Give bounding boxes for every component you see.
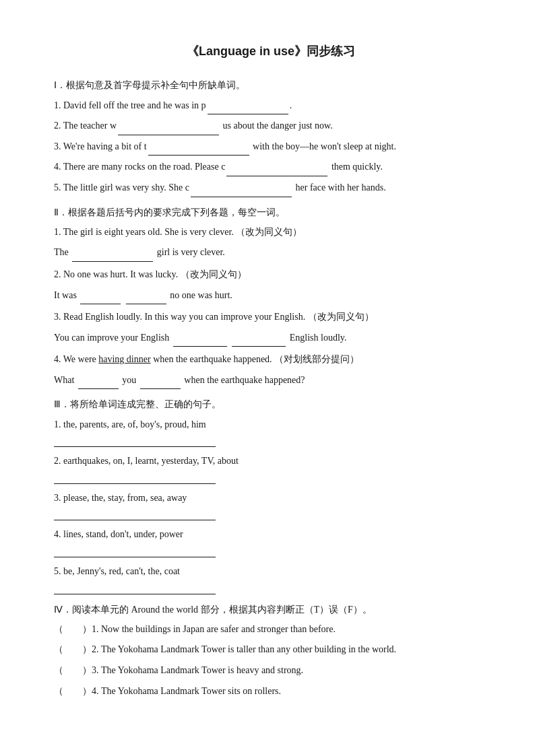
s2-i4-underline: having dinner	[98, 354, 150, 364]
s4-i4-bracket: （ ）	[54, 686, 92, 696]
section3-header: Ⅲ．将所给单词连成完整、正确的句子。	[54, 396, 488, 413]
section1-header: Ⅰ．根据句意及首字母提示补全句中所缺单词。	[54, 77, 488, 94]
s4-i1-bracket: （ ）	[54, 624, 92, 634]
s2-i4-blank1[interactable]	[78, 378, 119, 389]
section4-item4: （ ）4. The Yokohama Landmark Tower sits o…	[54, 683, 488, 701]
section2-item2-answer: It was no one was hurt.	[54, 287, 488, 305]
s1-i4-after: them quickly.	[329, 162, 383, 172]
section3-item2: 2. earthquakes, on, I, learnt, yesterday…	[54, 452, 488, 471]
section3-item1-answer	[54, 436, 488, 447]
section3-header-text: Ⅲ．将所给单词连成完整、正确的句子。	[54, 399, 221, 409]
s1-i2-blank[interactable]	[118, 125, 219, 135]
section3-item1: 1. the, parents, are, of, boy's, proud, …	[54, 416, 488, 434]
s2-i4-blank2[interactable]	[140, 378, 181, 389]
section1-item2: 2. The teacher w us about the danger jus…	[54, 117, 488, 135]
section4-header: Ⅳ．阅读本单元的 Around the world 部分，根据其内容判断正（T）…	[54, 601, 488, 618]
s2-i3-suffix: English loudly.	[287, 333, 346, 343]
s2-i4-prefix: What	[54, 375, 77, 385]
section4-item1: （ ）1. Now the buildings in Japan are saf…	[54, 621, 488, 639]
s2-i4-original2: when the earthquake happened. （对划线部分提问）	[151, 354, 359, 364]
s3-i4-words: 4. lines, stand, don't, under, power	[54, 529, 183, 539]
s2-i3-blank1[interactable]	[173, 336, 227, 347]
s3-i2-words: 2. earthquakes, on, I, learnt, yesterday…	[54, 456, 239, 466]
s1-i1-after: .	[290, 100, 292, 110]
section3-item4: 4. lines, stand, don't, under, power	[54, 526, 488, 544]
s1-i3-before: 3. We're having a bit of t	[54, 141, 147, 151]
s3-i1-words: 1. the, parents, are, of, boy's, proud, …	[54, 419, 206, 429]
s4-i2-text: 2. The Yokohama Landmark Tower is taller…	[92, 644, 396, 654]
section2-item3: 3. Read English loudly. In this way you …	[54, 308, 488, 327]
s2-i4-suffix: when the earthquake happened?	[182, 375, 305, 385]
s2-i3-prefix: You can improve your English	[54, 333, 172, 343]
section1-item1: 1. David fell off the tree and he was in…	[54, 97, 488, 115]
section2-header: Ⅱ．根据各题后括号内的要求完成下列各题，每空一词。	[54, 204, 488, 221]
section3-item5-answer	[54, 584, 488, 594]
s2-i1-suffix: girl is very clever.	[154, 247, 225, 257]
s4-i1-text: 1. Now the buildings in Japan are safer …	[92, 624, 336, 634]
s2-i4-original: 4. We were	[54, 354, 98, 364]
s4-i3-text: 3. The Yokohama Landmark Tower is heavy …	[92, 665, 303, 675]
section3-item3: 3. please, the, stay, from, sea, away	[54, 489, 488, 508]
s2-i2-blank1[interactable]	[80, 294, 121, 304]
s3-i5-line[interactable]	[54, 584, 216, 594]
s1-i1-before: 1. David fell off the tree and he was in…	[54, 100, 206, 110]
section2-item4-answer: What you when the earthquake happened?	[54, 372, 488, 390]
section4-item3: （ ）3. The Yokohama Landmark Tower is hea…	[54, 662, 488, 680]
s3-i2-line[interactable]	[54, 473, 216, 484]
s2-i4-middle: you	[120, 375, 139, 385]
s1-i5-before: 5. The little girl was very shy. She c	[54, 182, 189, 193]
s1-i1-blank[interactable]	[208, 104, 288, 114]
s1-i4-blank[interactable]	[226, 166, 327, 176]
s2-i2-suffix: no one was hurt.	[168, 290, 232, 300]
s1-i5-blank[interactable]	[191, 186, 292, 197]
s4-i4-text: 4. The Yokohama Landmark Tower sits on r…	[92, 686, 281, 696]
section2-item1-answer: The girl is very clever.	[54, 244, 488, 262]
s2-i2-prefix: It was	[54, 290, 79, 300]
s2-i2-original: 2. No one was hurt. It was lucky. （改为同义句…	[54, 269, 247, 279]
section3-item2-answer	[54, 473, 488, 484]
s4-i2-bracket: （ ）	[54, 644, 92, 654]
section2-header-text: Ⅱ．根据各题后括号内的要求完成下列各题，每空一词。	[54, 207, 285, 217]
s2-i3-original: 3. Read English loudly. In this way you …	[54, 312, 374, 322]
s1-i4-before: 4. There are many rocks on the road. Ple…	[54, 162, 225, 172]
s1-i3-blank[interactable]	[148, 145, 249, 156]
s2-i2-space	[122, 290, 125, 300]
section3-item4-answer	[54, 547, 488, 557]
section4-item2: （ ）2. The Yokohama Landmark Tower is tal…	[54, 641, 488, 659]
s2-i1-original: 1. The girl is eight years old. She is v…	[54, 227, 302, 237]
section1-header-text: Ⅰ．根据句意及首字母提示补全句中所缺单词。	[54, 80, 245, 90]
s2-i3-blank2[interactable]	[232, 336, 286, 347]
section2-item3-answer: You can improve your English English lou…	[54, 329, 488, 347]
s1-i2-before: 2. The teacher w	[54, 121, 117, 131]
page-title: 《Language in use》同步练习	[54, 40, 488, 62]
section4-header-text: Ⅳ．阅读本单元的 Around the world 部分，根据其内容判断正（T）…	[54, 605, 372, 615]
s3-i4-line[interactable]	[54, 547, 216, 557]
section2-item1: 1. The girl is eight years old. She is v…	[54, 224, 488, 242]
s1-i5-after: her face with her hands.	[293, 182, 386, 193]
section1-item3: 3. We're having a bit of t with the boy—…	[54, 138, 488, 156]
s2-i2-blank2[interactable]	[126, 294, 166, 304]
section3-item3-answer	[54, 510, 488, 520]
s2-i1-prefix: The	[54, 247, 71, 257]
section3-item5: 5. be, Jenny's, red, can't, the, coat	[54, 563, 488, 581]
s2-i1-blank[interactable]	[72, 251, 153, 262]
section2-item2: 2. No one was hurt. It was lucky. （改为同义句…	[54, 266, 488, 284]
s1-i2-after: us about the danger just now.	[220, 121, 333, 131]
s3-i3-line[interactable]	[54, 510, 216, 520]
section2-item4: 4. We were having dinner when the earthq…	[54, 351, 488, 369]
s3-i3-words: 3. please, the, stay, from, sea, away	[54, 493, 187, 503]
section1-item4: 4. There are many rocks on the road. Ple…	[54, 158, 488, 176]
s3-i1-line[interactable]	[54, 436, 216, 447]
section1-item5: 5. The little girl was very shy. She c h…	[54, 179, 488, 197]
s1-i3-after: with the boy—he won't sleep at night.	[251, 141, 396, 151]
s3-i5-words: 5. be, Jenny's, red, can't, the, coat	[54, 566, 180, 576]
s2-i3-space	[228, 333, 231, 343]
s4-i3-bracket: （ ）	[54, 665, 92, 675]
